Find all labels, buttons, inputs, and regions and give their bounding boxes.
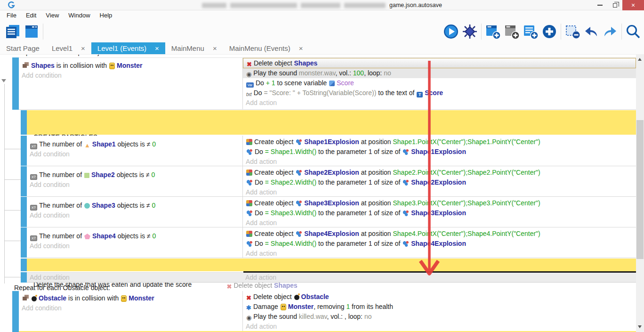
menu-help[interactable]: Help [95, 10, 117, 21]
search-button[interactable] [624, 23, 642, 40]
add-event-icon [485, 24, 501, 40]
open-events-editor-button[interactable] [23, 23, 40, 40]
add-comment-button[interactable] [522, 23, 539, 40]
text-segment: Shape4Explosion [411, 240, 466, 247]
action-row[interactable]: Create object Shape2Explosion at positio… [243, 168, 636, 178]
menu-edit[interactable]: Edit [21, 10, 41, 21]
add-condition-link[interactable]: Add condition [27, 241, 242, 251]
add-action-link[interactable]: Add action [243, 157, 636, 167]
toolbar [0, 21, 644, 42]
text-segment: = Shape3.Width() [265, 209, 316, 217]
redo-button[interactable] [601, 23, 619, 40]
text-segment: Obstacle [301, 293, 329, 300]
tree-line [5, 210, 21, 211]
action-row[interactable]: Do = Shape1.Width() to the parameter 1 o… [243, 147, 636, 157]
add-action-link[interactable]: Add action [243, 322, 636, 332]
action-row[interactable]: Create object Shape1Explosion at positio… [243, 137, 636, 147]
undo-button[interactable] [582, 23, 600, 40]
tab-mainmenu[interactable]: MainMenu × [165, 42, 223, 54]
text-segment: Shapes [31, 62, 55, 69]
text-segment: Shape1.PointX("Center");Shape1.PointY("C… [393, 138, 540, 146]
add-action-link[interactable]: Add action [243, 98, 636, 108]
add-condition-link[interactable]: Add condition [27, 149, 242, 159]
particles-icon [246, 179, 253, 186]
text-segment: 0 [152, 140, 156, 148]
delete-cross-icon [247, 59, 252, 68]
add-action-link[interactable]: Add action [243, 249, 636, 259]
text-segment: The number of [39, 232, 84, 240]
action-row[interactable]: Do = Shape4.Width() to the parameter 1 o… [243, 239, 636, 249]
action-row-selected[interactable]: Delete object Shapes [243, 58, 636, 68]
text-segment: at position [359, 230, 393, 237]
vertical-scrollbar[interactable] [636, 54, 644, 332]
event-drop-target[interactable]: Add condition Add action [27, 272, 636, 283]
action-row[interactable]: Do = Shape2.Width() to the parameter 1 o… [243, 178, 636, 187]
text-segment: Monster [117, 62, 142, 69]
event-obstacle-collision: Obstacle is in collision with Monster Ad… [19, 291, 636, 332]
action-row[interactable]: Do = "Score: " + ToString(Variable(Score… [243, 88, 636, 98]
toolbar-separator [621, 24, 622, 40]
tab-close-icon[interactable]: × [155, 44, 159, 52]
event-highlight-bar [21, 197, 27, 227]
action-row[interactable]: Play the sound killed.wav, vol.: , loop:… [243, 312, 636, 322]
add-event-button[interactable] [484, 23, 502, 40]
action-row[interactable]: Do + 1 to scene variable Score [243, 78, 636, 88]
add-condition-link[interactable]: Add condition [27, 180, 242, 190]
condition-row[interactable]: The number of Shape3 objects is ≠ 0 [27, 201, 242, 211]
scrollbar-thumb[interactable] [636, 120, 644, 259]
tab-start-page[interactable]: Start Page [0, 42, 46, 54]
condition-row[interactable]: The number of Shape1 objects is ≠ 0 [27, 139, 242, 149]
restore-button[interactable] [607, 0, 622, 10]
menu-window[interactable]: Window [64, 10, 95, 21]
condition-row[interactable]: Shapes is in collision with Monster [19, 61, 242, 71]
menu-view[interactable]: View [41, 10, 64, 21]
text-segment: objects is ≠ [115, 202, 152, 209]
add-event-dialog-button[interactable] [540, 23, 558, 40]
scroll-up-icon[interactable] [638, 58, 642, 61]
redo-icon [602, 24, 618, 40]
monster-icon [121, 295, 127, 302]
add-condition-link[interactable]: Add condition [27, 273, 70, 283]
action-row[interactable]: Create object Shape3Explosion at positio… [243, 198, 636, 208]
debug-icon [462, 24, 478, 40]
add-action-link[interactable]: Add action [243, 187, 636, 197]
add-condition-link[interactable]: Add condition [27, 211, 242, 220]
minimize-button[interactable] [592, 0, 607, 10]
remove-event-button[interactable] [564, 23, 581, 40]
text-segment: Obstacle [39, 294, 66, 302]
close-button[interactable]: × [622, 0, 644, 10]
open-scene-editor-button[interactable] [4, 23, 22, 40]
redacted-title-part [344, 3, 386, 8]
add-action-link[interactable]: Add action [243, 218, 636, 228]
tab-level1[interactable]: Level1 × [46, 42, 91, 54]
action-row[interactable]: Create object Shape4Explosion at positio… [243, 229, 636, 239]
scroll-down-icon[interactable] [638, 325, 642, 328]
menu-file[interactable]: File [2, 10, 21, 21]
add-condition-link[interactable]: Add condition [19, 71, 242, 81]
tab-close-icon[interactable]: × [299, 44, 303, 52]
create-icon [246, 200, 252, 206]
action-row[interactable]: Delete object Obstacle [243, 292, 636, 302]
condition-row[interactable]: The number of Shape2 objects is ≠ 0 [27, 170, 242, 180]
condition-row[interactable]: The number of Shape4 objects is ≠ 0 [27, 231, 242, 241]
tab-close-icon[interactable]: × [213, 44, 217, 52]
tab-level1-events[interactable]: Level1 (Events) × [91, 42, 165, 54]
count-icon [30, 235, 37, 241]
action-row[interactable]: Damage Monster, removing 1 from its heal… [243, 302, 636, 312]
tab-mainmenu-events[interactable]: MainMenu (Events) × [223, 42, 309, 54]
tree-expander-icon[interactable] [1, 79, 6, 82]
tab-close-icon[interactable]: × [81, 44, 85, 52]
debug-button[interactable] [461, 23, 479, 40]
condition-row[interactable]: Obstacle is in collision with Monster [19, 293, 242, 303]
collision-icon [23, 297, 27, 300]
play-button[interactable] [442, 23, 460, 40]
action-row[interactable]: Do = Shape3.Width() to the parameter 1 o… [243, 208, 636, 218]
event-group-header[interactable]: Repeat for each Obstacle object: [14, 284, 110, 292]
add-subevent-button[interactable] [503, 23, 521, 40]
tree-line [5, 277, 21, 277]
comment-create-particles[interactable]: CREATE PARTICLES Create the proper one a… [27, 110, 636, 135]
comment-delete-shape[interactable]: Delete the shape that was eaten and upda… [27, 259, 636, 271]
text-segment: The number of [39, 171, 84, 178]
add-condition-link[interactable]: Add condition [19, 303, 242, 313]
action-row[interactable]: Play the sound monster.wav, vol.: 100, l… [243, 68, 636, 78]
